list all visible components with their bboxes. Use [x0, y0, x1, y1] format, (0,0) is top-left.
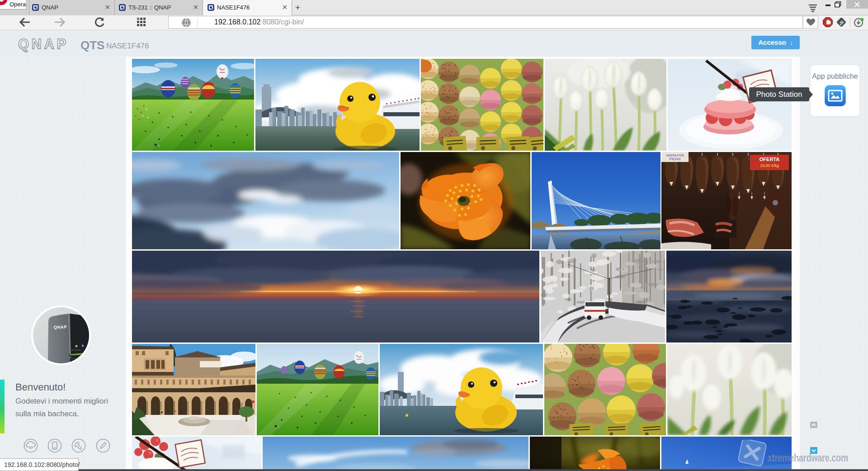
- svg-text:QNAP: QNAP: [54, 324, 67, 330]
- svg-text:VENTA POR: VENTA POR: [666, 154, 684, 157]
- svg-text:QNAP: QNAP: [18, 37, 69, 52]
- svg-text:15,00 €/kg: 15,00 €/kg: [760, 163, 779, 168]
- svg-text:PIEZAS: PIEZAS: [670, 157, 681, 161]
- svg-text:OFERTA: OFERTA: [760, 157, 779, 162]
